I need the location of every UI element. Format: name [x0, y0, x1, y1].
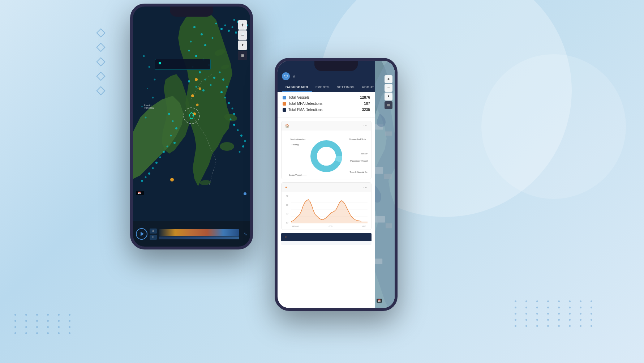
timeline-track-secondary — [159, 236, 239, 239]
bg-dots-right: (function(){ const c = document.querySel… — [515, 300, 597, 327]
svg-point-43 — [168, 113, 170, 115]
timeline-bar[interactable]: ⊞ ⊟ ⤡ — [133, 221, 250, 247]
svg-rect-92 — [386, 223, 392, 228]
building-icon: 🏠 — [285, 124, 289, 128]
svg-point-8 — [204, 44, 206, 46]
svg-point-32 — [237, 129, 239, 131]
tab-events[interactable]: EVENTS — [312, 83, 333, 92]
svg-rect-88 — [385, 131, 392, 136]
svg-point-39 — [191, 94, 194, 97]
svg-point-47 — [173, 142, 176, 144]
svg-point-48 — [167, 146, 168, 148]
vessel-types-menu[interactable]: ⋯ — [363, 123, 368, 128]
mpa-chart: 40 30 20 10 — [285, 195, 368, 224]
svg-point-34 — [244, 140, 246, 142]
timeline-track-area[interactable] — [159, 229, 239, 239]
app-title: A — [293, 73, 296, 79]
timeline-grid-icon[interactable]: ⊞ — [150, 229, 157, 234]
timeline-track-main[interactable] — [159, 229, 239, 236]
legend-tanker: Tanker — [361, 153, 368, 155]
svg-point-52 — [152, 167, 154, 169]
svg-point-7 — [190, 41, 192, 43]
tab-about[interactable]: ABOUT — [358, 83, 375, 92]
svg-point-51 — [155, 162, 158, 164]
svg-point-9 — [212, 37, 214, 39]
compass-btn-left[interactable]: ⬆ — [238, 40, 247, 50]
map-svg-left — [133, 7, 250, 221]
svg-point-74 — [152, 97, 154, 99]
svg-point-73 — [147, 88, 148, 89]
map-background-left: + − ⬆ ⊞ — [133, 7, 250, 221]
zoom-in-btn-right[interactable]: + — [385, 75, 392, 83]
svg-point-11 — [195, 55, 197, 57]
zoom-out-btn-left[interactable]: − — [238, 30, 247, 40]
fma-label: Total FMA Detections — [288, 108, 322, 112]
mpa-detections-menu[interactable]: ⋯ — [363, 185, 368, 190]
play-icon — [141, 232, 144, 236]
svg-point-71 — [149, 66, 150, 68]
dash-tabs[interactable]: DASHBOARD EVENTS SETTINGS ABOUT — [282, 83, 371, 92]
legend-cargo: Cargo Vessel —— — [289, 174, 306, 176]
tab-settings[interactable]: SETTINGS — [333, 83, 358, 92]
map-date-badge: 📅 — [136, 191, 144, 195]
svg-point-61 — [232, 26, 233, 28]
calendar-icon: 📅 — [138, 192, 141, 195]
x-label-016: 016 — [362, 225, 366, 227]
svg-point-20 — [210, 84, 212, 86]
mpa-detections-body: 40 30 20 10 — [282, 192, 371, 230]
mpa-indicator — [283, 102, 286, 106]
stat-row-mpa: Total MPA Detections 107 — [283, 102, 370, 106]
detection-card-1[interactable]: ○ — [281, 233, 372, 245]
phone-left-frame: + − ⬆ ⊞ — [130, 4, 253, 249]
svg-point-69 — [233, 19, 235, 21]
x-label-08am: 08 AM — [292, 225, 299, 227]
svg-point-75 — [141, 106, 143, 107]
svg-point-30 — [230, 119, 232, 120]
compass-btn-right[interactable]: ⬆ — [385, 93, 392, 101]
detection-title: ○ — [285, 235, 288, 239]
svg-point-58 — [220, 28, 223, 30]
vessels-indicator — [283, 96, 286, 99]
vessels-label: Total Vessels — [288, 95, 309, 99]
y-label-40: 40 — [286, 195, 288, 197]
svg-point-62 — [235, 31, 237, 34]
dashboard-content: 🛡 A DASHBOARD EVENTS SETTINGS ABOUT — [278, 61, 375, 308]
svg-point-22 — [219, 72, 221, 73]
zoom-out-btn-right[interactable]: − — [385, 84, 392, 92]
svg-point-23 — [222, 78, 224, 81]
timeline-layers-icon[interactable]: ⊟ — [150, 235, 157, 240]
svg-point-27 — [228, 102, 230, 104]
svg-point-35 — [242, 145, 244, 148]
timeline-expand-icon[interactable]: ⤡ — [244, 231, 247, 236]
bg-circle-medium — [481, 54, 626, 199]
stat-label-vessels: Total Vessels — [283, 95, 309, 99]
svg-point-24 — [226, 86, 228, 88]
svg-point-10 — [188, 50, 190, 52]
svg-point-53 — [148, 172, 150, 175]
stat-label-fma: Total FMA Detections — [283, 108, 322, 112]
svg-point-50 — [159, 157, 161, 158]
phone-notch-left — [170, 7, 213, 17]
map-controls-right[interactable]: + − ⬆ ⊞ — [385, 75, 392, 109]
fma-value: 3235 — [362, 108, 370, 112]
map-controls-left[interactable]: + − ⬆ ⊞ — [238, 20, 247, 60]
hydra-logo-icon: 🛡 — [282, 72, 290, 80]
svg-point-29 — [233, 113, 235, 115]
svg-point-28 — [232, 108, 233, 110]
legend-passenger: Passenger Vessel — [350, 160, 368, 162]
bg-dots-bottom-left — [14, 314, 75, 334]
svg-point-18 — [196, 86, 197, 88]
svg-point-26 — [224, 97, 226, 99]
layers-btn-right[interactable]: ⊞ — [385, 101, 392, 109]
tab-dashboard[interactable]: DASHBOARD — [282, 83, 312, 92]
svg-point-16 — [205, 79, 206, 81]
svg-point-72 — [154, 79, 156, 81]
layers-btn-left[interactable]: ⊞ — [238, 51, 247, 60]
zoom-in-btn-left[interactable]: + — [238, 20, 247, 30]
y-label-30: 30 — [286, 204, 288, 206]
detection-icon: ○ — [285, 235, 287, 239]
svg-point-33 — [240, 134, 242, 137]
svg-point-45 — [175, 127, 177, 129]
svg-point-38 — [199, 87, 201, 90]
play-button[interactable] — [136, 228, 147, 240]
